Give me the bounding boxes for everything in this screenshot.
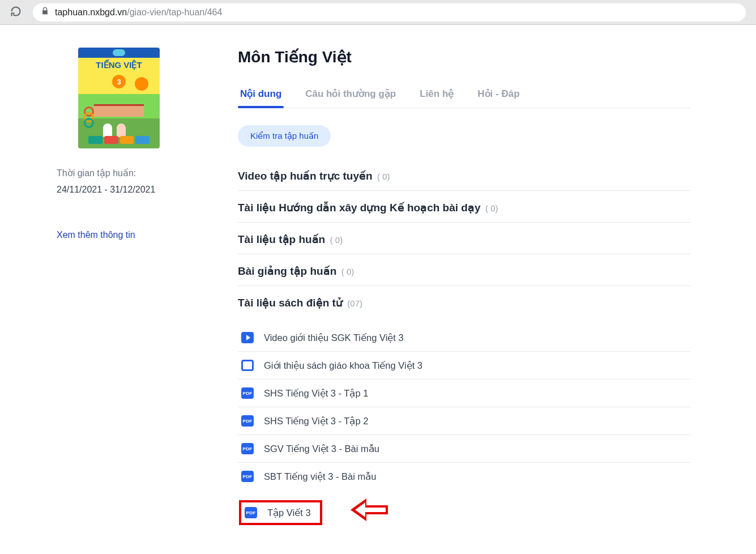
doc-label: Video giới thiệu SGK Tiếng Việt 3 (264, 333, 404, 343)
doc-item[interactable]: PDF SHS Tiếng Việt 3 - Tập 2 (238, 407, 691, 435)
arrow-left-icon (351, 498, 390, 521)
book-cover-image: TIẾNG VIỆT 3 (78, 48, 160, 148)
content-area: Môn Tiếng Việt Nội dung Câu hỏi thường g… (238, 48, 691, 525)
doc-item[interactable]: Giới thiệu sách giáo khoa Tiếng Việt 3 (238, 352, 691, 380)
more-info-link[interactable]: Xem thêm thông tin (34, 230, 204, 240)
doc-item[interactable]: PDF SBT Tiếng việt 3 - Bài mẫu (238, 463, 691, 490)
section-training-lectures[interactable]: Bài giảng tập huấn ( 0) (238, 254, 691, 286)
section-ebooks[interactable]: Tài liệu sách điện tử (07) (238, 286, 691, 317)
slide-icon (241, 360, 254, 371)
period-label: Thời gian tập huấn: (57, 165, 204, 181)
doc-label: Tập Viết 3 (267, 508, 317, 518)
section-video-training[interactable]: Video tập huấn trực tuyến ( 0) (238, 159, 691, 191)
section-training-docs[interactable]: Tài liệu tập huấn ( 0) (238, 223, 691, 254)
tab-faq[interactable]: Câu hỏi thường gặp (303, 82, 398, 108)
pdf-icon: PDF (241, 387, 254, 399)
doc-label: Giới thiệu sách giáo khoa Tiếng Việt 3 (264, 360, 422, 371)
pdf-icon: PDF (241, 443, 254, 454)
annotation-highlight: PDF Tập Viết 3 (238, 495, 691, 525)
doc-label: SHS Tiếng Việt 3 - Tập 2 (264, 416, 368, 427)
url-path: /giao-vien/tap-huan/464 (127, 7, 222, 18)
section-lesson-plan-guide[interactable]: Tài liệu Hướng dẫn xây dựng Kế hoạch bài… (238, 191, 691, 223)
check-training-button[interactable]: Kiểm tra tập huấn (238, 125, 331, 147)
reload-icon[interactable] (10, 6, 22, 19)
doc-item[interactable]: PDF SGV Tiếng Việt 3 - Bài mẫu (238, 435, 691, 463)
tab-bar: Nội dung Câu hỏi thường gặp Liên hệ Hỏi … (238, 82, 691, 108)
period-dates: 24/11/2021 - 31/12/2021 (57, 182, 204, 197)
url-host: taphuan.nxbgd.vn (55, 7, 127, 18)
browser-address-bar: taphuan.nxbgd.vn/giao-vien/tap-huan/464 (0, 0, 756, 25)
doc-item-highlighted[interactable]: PDF Tập Viết 3 (239, 500, 322, 525)
tab-contact[interactable]: Liên hệ (417, 82, 456, 108)
tab-content[interactable]: Nội dung (238, 82, 284, 108)
lock-icon (41, 7, 49, 18)
pdf-icon: PDF (245, 507, 257, 518)
pdf-icon: PDF (241, 471, 254, 482)
doc-item[interactable]: PDF SHS Tiếng Việt 3 - Tập 1 (238, 380, 691, 407)
training-period: Thời gian tập huấn: 24/11/2021 - 31/12/2… (34, 165, 204, 197)
doc-item[interactable]: Video giới thiệu SGK Tiếng Việt 3 (238, 330, 691, 352)
url-input[interactable]: taphuan.nxbgd.vn/giao-vien/tap-huan/464 (33, 3, 746, 22)
page-title: Môn Tiếng Việt (238, 48, 691, 66)
tab-qa[interactable]: Hỏi - Đáp (475, 82, 522, 108)
sidebar: TIẾNG VIỆT 3 Thời gian tập huấn: 24/11/2… (34, 48, 204, 525)
pdf-icon: PDF (241, 415, 254, 427)
doc-label: SGV Tiếng Việt 3 - Bài mẫu (264, 444, 379, 454)
document-list: Video giới thiệu SGK Tiếng Việt 3 Giới t… (238, 330, 691, 525)
doc-label: SHS Tiếng Việt 3 - Tập 1 (264, 388, 368, 399)
doc-label: SBT Tiếng việt 3 - Bài mẫu (264, 471, 376, 482)
video-icon (241, 332, 254, 343)
